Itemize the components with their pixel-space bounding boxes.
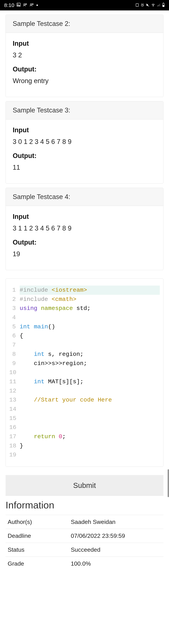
code-area[interactable]: 1#include <iostream> 2#include <cmath> 3…: [9, 286, 160, 460]
information-heading: Information: [6, 500, 164, 511]
line-number: 4: [9, 313, 20, 322]
code-line[interactable]: 12: [9, 386, 160, 396]
line-number: 19: [9, 450, 20, 460]
image-icon: [16, 2, 21, 8]
testcase-body: Input 3 0 1 2 3 4 5 6 7 8 9 Output: 11: [6, 120, 163, 184]
line-number: 5: [9, 322, 20, 332]
input-label: Input: [13, 213, 156, 220]
line-number: 2: [9, 295, 20, 304]
line-number: 3: [9, 304, 20, 313]
more-dot: •: [36, 2, 38, 8]
line-number: 8: [9, 350, 20, 359]
code-line[interactable]: 15: [9, 414, 160, 423]
info-label: Grade: [6, 557, 69, 571]
info-row-grade: Grade100.0%: [6, 557, 164, 571]
code-line[interactable]: 7: [9, 340, 160, 350]
code-line[interactable]: 8 int s, region;: [9, 350, 160, 359]
submit-button[interactable]: Submit: [6, 475, 164, 496]
svg-rect-15: [163, 3, 164, 3]
svg-rect-6: [136, 4, 138, 6]
testcase-card: Sample Testcase 2: Input 3 2 Output: Wro…: [6, 14, 164, 97]
line-number: 14: [9, 405, 20, 414]
code-line[interactable]: 3using namespace std;: [9, 304, 160, 313]
code-line[interactable]: 19: [9, 450, 160, 460]
svg-rect-12: [159, 4, 159, 6]
testcase-card: Sample Testcase 3: Input 3 0 1 2 3 4 5 6…: [6, 101, 164, 184]
code-line[interactable]: 6{: [9, 331, 160, 340]
info-value: Saadeh Sweidan: [69, 515, 164, 529]
battery-icon: [162, 2, 165, 8]
teams2-icon: [30, 2, 34, 8]
card-icon: [135, 2, 139, 8]
line-number: 18: [9, 441, 20, 450]
svg-point-4: [30, 4, 32, 5]
mute-icon: [146, 2, 150, 8]
information-table: Author(s)Saadeh Sweidan Deadline07/06/20…: [6, 515, 164, 570]
svg-point-2: [24, 4, 26, 5]
alarm-icon: [140, 2, 144, 8]
line-number: 15: [9, 414, 20, 423]
code-line[interactable]: 5int main(): [9, 322, 160, 332]
output-label: Output:: [13, 239, 156, 246]
code-line[interactable]: 9 cin>>s>>region;: [9, 359, 160, 368]
code-line[interactable]: 17 return 0;: [9, 432, 160, 441]
svg-rect-13: [160, 4, 160, 6]
line-number: 13: [9, 396, 20, 405]
status-time: 8:10: [4, 2, 14, 8]
testcase-title: Sample Testcase 2:: [6, 15, 163, 33]
code-line[interactable]: 16: [9, 423, 160, 432]
svg-rect-16: [163, 5, 164, 6]
line-number: 9: [9, 359, 20, 368]
svg-point-3: [26, 4, 27, 5]
line-number: 12: [9, 386, 20, 396]
line-number: 17: [9, 432, 20, 441]
svg-point-9: [153, 6, 154, 6]
testcase-title: Sample Testcase 3:: [6, 101, 163, 120]
code-editor[interactable]: 1#include <iostream> 2#include <cmath> 3…: [6, 278, 164, 467]
info-label: Deadline: [6, 529, 69, 543]
info-value: 100.0%: [69, 557, 164, 571]
output-value: 11: [13, 164, 156, 171]
testcase-title: Sample Testcase 4:: [6, 188, 163, 206]
status-right: [135, 2, 165, 8]
svg-rect-11: [158, 5, 158, 6]
testcase-body: Input 3 2 Output: Wrong entry: [6, 33, 163, 97]
info-value: 07/06/2022 23:59:59: [69, 529, 164, 543]
android-status-bar: 8:10 •: [0, 0, 169, 10]
wifi-icon: [151, 2, 156, 8]
input-value: 3 2: [13, 52, 156, 59]
scrollbar-thumb[interactable]: [168, 469, 169, 497]
info-row-status: StatusSucceeded: [6, 543, 164, 557]
line-number: 7: [9, 340, 20, 350]
output-value: Wrong entry: [13, 77, 156, 85]
input-label: Input: [13, 126, 156, 134]
svg-rect-10: [157, 6, 158, 6]
line-number: 16: [9, 423, 20, 432]
testcase-card: Sample Testcase 4: Input 3 1 1 2 3 4 5 6…: [6, 188, 164, 270]
info-row-deadline: Deadline07/06/2022 23:59:59: [6, 529, 164, 543]
svg-point-5: [32, 4, 34, 5]
line-number: 6: [9, 331, 20, 340]
status-left: 8:10 •: [4, 2, 38, 8]
code-line[interactable]: 14: [9, 405, 160, 414]
line-number: 11: [9, 377, 20, 386]
output-label: Output:: [13, 152, 156, 160]
teams-icon: [23, 2, 28, 8]
input-value: 3 0 1 2 3 4 5 6 7 8 9: [13, 138, 156, 146]
line-number: 1: [9, 286, 20, 295]
code-line[interactable]: 13 //Start your code Here: [9, 396, 160, 405]
code-line[interactable]: 11 int MAT[s][s];: [9, 377, 160, 386]
input-label: Input: [13, 40, 156, 47]
code-line[interactable]: 1#include <iostream>: [9, 286, 160, 295]
input-value: 3 1 1 2 3 4 5 6 7 8 9: [13, 224, 156, 232]
code-line[interactable]: 18}: [9, 441, 160, 450]
code-line[interactable]: 2#include <cmath>: [9, 295, 160, 304]
output-label: Output:: [13, 66, 156, 73]
code-line[interactable]: 10: [9, 368, 160, 377]
signal-icon: [157, 2, 161, 8]
code-line[interactable]: 4: [9, 313, 160, 322]
line-number: 10: [9, 368, 20, 377]
info-row-author: Author(s)Saadeh Sweidan: [6, 515, 164, 529]
testcase-body: Input 3 1 1 2 3 4 5 6 7 8 9 Output: 19: [6, 206, 163, 270]
info-label: Status: [6, 543, 69, 557]
